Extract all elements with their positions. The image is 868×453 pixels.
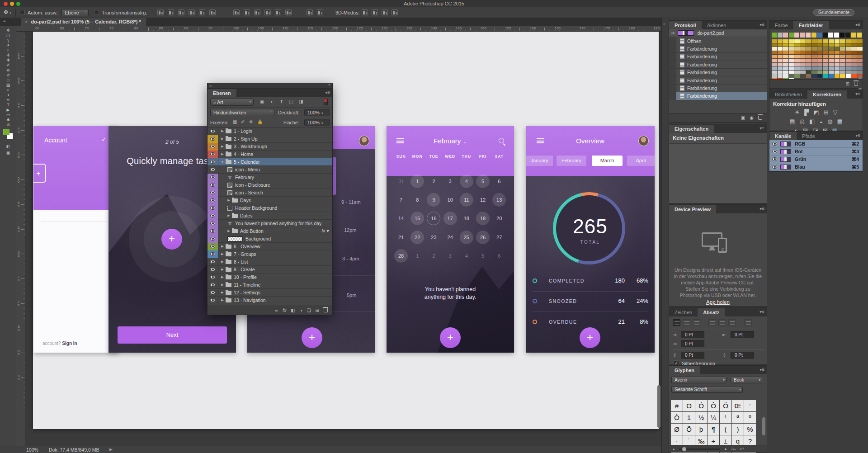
history-step-row[interactable]: Öffnen — [669, 37, 767, 45]
tab-korrekturen[interactable]: Korrekturen — [807, 90, 847, 99]
transform-controls-checkbox[interactable] — [94, 10, 99, 15]
auto-select-dropdown[interactable]: Ebene — [61, 9, 89, 16]
swatch[interactable] — [800, 43, 806, 47]
swatch[interactable] — [846, 47, 851, 51]
swatch[interactable] — [846, 51, 851, 55]
align-icon[interactable] — [233, 9, 240, 15]
month-tab-april[interactable]: April — [627, 156, 655, 166]
swatch[interactable] — [857, 43, 863, 47]
zoom-out-glyphs-icon[interactable]: ▴ — [673, 447, 675, 451]
lasso-tool-icon[interactable]: ʅ — [0, 38, 16, 43]
pen-tool-icon[interactable]: ✒ — [0, 98, 16, 103]
layer-row[interactable]: icon - Menu — [208, 166, 332, 174]
panel-menu-icon[interactable]: ▾≡ — [855, 133, 860, 138]
swatch[interactable] — [811, 66, 817, 70]
swatch[interactable] — [783, 43, 788, 47]
swatch[interactable] — [835, 47, 840, 51]
swatch[interactable] — [829, 51, 834, 55]
swatch[interactable] — [794, 39, 800, 43]
fill-value[interactable]: 100%▾ — [304, 119, 330, 126]
swatch[interactable] — [783, 71, 788, 74]
3d-mode-icon[interactable] — [392, 9, 398, 15]
calendar-day[interactable]: 19 — [475, 209, 491, 228]
align-icon[interactable] — [189, 9, 195, 15]
workspace-switcher-button[interactable]: Grundelemente — [813, 9, 854, 16]
eye-icon[interactable] — [210, 137, 215, 141]
visibility-cell[interactable] — [208, 197, 218, 204]
calendar-day[interactable]: 13 — [491, 190, 507, 209]
calendar-day[interactable]: 6 — [491, 172, 507, 190]
swatch[interactable] — [829, 47, 834, 51]
swatch[interactable] — [823, 55, 828, 58]
delete-swatch-icon[interactable] — [854, 82, 858, 86]
calendar-day[interactable]: 21 — [393, 228, 409, 246]
visibility-cell[interactable] — [208, 158, 218, 166]
swatch[interactable] — [846, 55, 851, 58]
swatch[interactable] — [783, 59, 788, 62]
blur-tool-icon[interactable]: ○ — [0, 88, 16, 93]
expander-icon[interactable]: ▶ — [220, 252, 225, 256]
layer-row[interactable]: TYou haven't planned anything for this d… — [208, 220, 332, 227]
zoom-tool-icon[interactable]: ⊕ — [0, 123, 16, 127]
eye-icon[interactable] — [210, 175, 215, 179]
eye-icon[interactable] — [210, 198, 215, 202]
panel-menu-icon[interactable]: ▾≡ — [760, 309, 764, 314]
layer-row[interactable]: ▶2 - Sign Up — [208, 135, 332, 143]
channel-mixer-icon[interactable]: ◍ — [827, 118, 832, 125]
justify-last-center-button[interactable] — [718, 319, 726, 326]
swatch[interactable] — [778, 47, 783, 51]
swatch[interactable] — [794, 59, 800, 62]
justify-last-left-button[interactable] — [708, 319, 716, 326]
swatch[interactable] — [794, 47, 800, 51]
brightness-contrast-icon[interactable]: ☀ — [795, 109, 800, 116]
swatch[interactable] — [846, 66, 851, 70]
swatch[interactable] — [823, 66, 828, 70]
swatch[interactable] — [806, 74, 811, 78]
swatch[interactable] — [789, 66, 794, 70]
glyph-cell[interactable]: Ô — [708, 400, 719, 411]
visibility-cell[interactable] — [208, 220, 218, 227]
swatch[interactable] — [834, 33, 839, 38]
swatch[interactable] — [789, 33, 794, 38]
layer-row[interactable]: ▶4 - Home — [208, 151, 332, 158]
swatch[interactable] — [806, 39, 811, 43]
visibility-cell[interactable] — [208, 250, 218, 258]
calendar-day[interactable]: 4 — [458, 247, 475, 265]
eraser-tool-icon[interactable]: ▱ — [0, 78, 16, 83]
swatch[interactable] — [800, 55, 806, 58]
eye-icon[interactable] — [772, 150, 777, 153]
tab-aktionen[interactable]: Aktionen — [702, 21, 732, 30]
layer-row[interactable]: Header Background — [208, 204, 332, 212]
swatch[interactable] — [835, 39, 840, 43]
visibility-cell[interactable] — [208, 212, 218, 220]
expander-icon[interactable]: ▼ — [220, 160, 225, 164]
align-icon[interactable] — [168, 9, 174, 15]
eye-icon[interactable] — [210, 183, 215, 187]
swatch[interactable] — [783, 33, 788, 38]
panel-menu-icon[interactable]: ▾≡ — [760, 206, 764, 211]
panel-menu-icon[interactable]: ▾≡ — [760, 126, 764, 131]
eye-icon[interactable] — [210, 168, 215, 171]
swatch[interactable] — [828, 33, 833, 38]
swatch[interactable] — [789, 63, 794, 66]
align-icon[interactable] — [285, 9, 292, 15]
swatch[interactable] — [840, 66, 845, 70]
calendar-day[interactable]: 26 — [475, 228, 491, 246]
swatch[interactable] — [806, 47, 811, 51]
tab-zeichen[interactable]: Zeichen — [669, 308, 698, 317]
swatch[interactable] — [817, 71, 823, 74]
vibrance-icon[interactable]: ▽ — [833, 109, 837, 116]
glyph-font-dropdown[interactable]: Avenir — [671, 377, 726, 383]
tab-farbe[interactable]: Farbe — [769, 21, 793, 30]
levels-icon[interactable]: ▛ — [804, 109, 809, 116]
swatch[interactable] — [823, 47, 828, 51]
layer-row[interactable]: ▶7 - Groups — [208, 250, 332, 258]
lock-position-icon[interactable]: ✥ — [249, 119, 253, 124]
swatch[interactable] — [835, 59, 840, 62]
swatch[interactable] — [794, 74, 800, 78]
swatch[interactable] — [772, 71, 777, 74]
swatch[interactable] — [806, 71, 811, 74]
filter-type-icon[interactable]: T — [280, 99, 283, 104]
3d-mode-icon[interactable] — [382, 9, 388, 15]
swatch[interactable] — [835, 55, 840, 58]
